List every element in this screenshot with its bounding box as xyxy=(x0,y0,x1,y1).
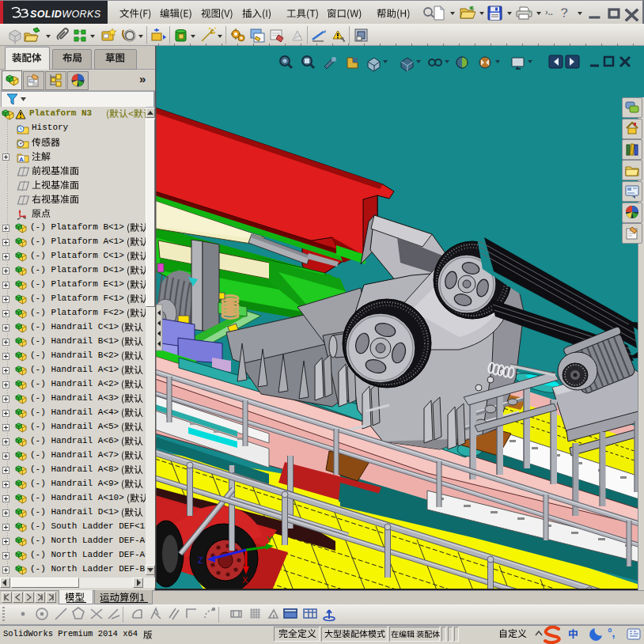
svg-text:A: A xyxy=(19,156,24,163)
svg-text:SOLIDWORKS: SOLIDWORKS xyxy=(30,9,101,20)
svg-text:X: X xyxy=(242,575,248,585)
svg-text:Z: Z xyxy=(198,555,203,565)
svg-text:?: ? xyxy=(560,6,568,21)
svg-text:Y: Y xyxy=(267,535,273,544)
